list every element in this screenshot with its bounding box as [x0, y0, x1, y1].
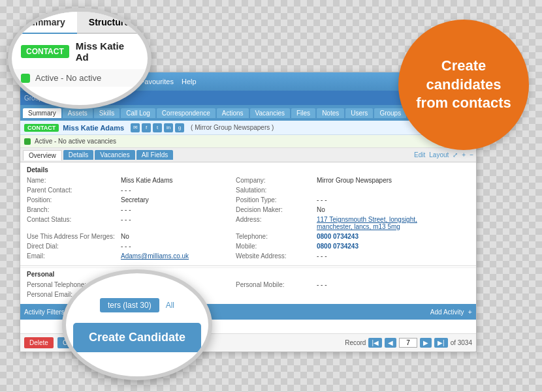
mag2-all-link[interactable]: All [166, 301, 174, 310]
email-value[interactable]: Adams@milliams.co.uk [118, 252, 236, 260]
contact-status-value: - - - [118, 215, 236, 231]
contact-badge: CONTACT [24, 124, 59, 132]
direct-dial-label: Direct Dial: [27, 242, 118, 250]
add-icon[interactable]: + [462, 151, 466, 158]
tab-users[interactable]: Users [345, 108, 373, 118]
record-nav: Record |◀ ◀ ▶ ▶| of 3034 [345, 338, 472, 348]
nav-help[interactable]: Help [182, 78, 197, 85]
contact-name-value: Miss Katie Adams [63, 124, 124, 132]
personal-mobile-label: Personal Mobile: [236, 280, 314, 289]
mag2-filters-row: ters (last 30) All [100, 298, 174, 312]
magnify-create-candidate: ters (last 30) All Create Candidate [62, 269, 212, 380]
add-activity-link[interactable]: Add Activity [430, 309, 464, 316]
salutation-label: Salutation: [236, 186, 314, 194]
details-section: Details Name: Miss Katie Adams Company: … [20, 162, 476, 264]
email-label: Email: [27, 252, 118, 260]
twitter-icon[interactable]: t [153, 123, 162, 132]
prev-record-btn[interactable]: ◀ [385, 338, 396, 348]
contact-row: CONTACT Miss Katie Adams ✉ f t in g ( Mi… [20, 121, 476, 135]
expand-icon[interactable]: ⤢ [453, 151, 458, 158]
personal-mobile-value: - - - [314, 280, 445, 289]
mag1-contact-badge: CONTACT [21, 45, 69, 58]
tab-notes[interactable]: Notes [317, 108, 344, 118]
use-address-value: No [118, 232, 236, 241]
last-record-btn[interactable]: ▶| [434, 338, 448, 348]
branch-label: Branch: [27, 205, 118, 214]
name-value: Miss Katie Adams [118, 176, 236, 185]
company-link[interactable]: ( Mirror Group Newspapers ) [191, 124, 274, 131]
decision-maker-label: Decision Maker: [236, 205, 314, 214]
active-text: Active - No active vacancies [35, 138, 116, 145]
telephone-label: Telephone: [236, 232, 314, 241]
website-label: Website Address: [236, 252, 314, 260]
personal-title: Personal [27, 271, 470, 278]
mag1-active-row: Active - No active [12, 69, 148, 87]
use-address-label: Use This Address For Merges: [27, 232, 118, 241]
cta-text: Create candidates from contacts [398, 50, 529, 119]
branch-value: - - - [118, 205, 236, 214]
mobile-value[interactable]: 0800 0734243 [314, 242, 445, 250]
mag1-contact-row: CONTACT Miss Katie Ad [12, 34, 148, 69]
position-type-value: - - - [314, 196, 445, 204]
address-value: 117 Teignsmouth Street, longsight, manch… [314, 215, 445, 231]
telephone-value[interactable]: 0800 0734243 [314, 232, 445, 241]
tab-summary[interactable]: Summary [23, 108, 61, 118]
mag1-active-text: Active - No active [35, 73, 101, 83]
tab-vacancies[interactable]: Vacancies [250, 108, 290, 118]
tab-correspondence[interactable]: Correspondence [157, 108, 215, 118]
active-dot [24, 138, 31, 145]
mag2-create-candidate-button[interactable]: Create Candidate [73, 323, 201, 352]
record-number-input[interactable] [399, 338, 417, 348]
position-type-label: Position Type: [236, 196, 314, 204]
first-record-btn[interactable]: |◀ [368, 338, 382, 348]
mag1-active-dot [21, 74, 30, 83]
ov-tab-vacancies[interactable]: Vacancies [95, 150, 135, 160]
name-label: Name: [27, 176, 118, 185]
tab-assets[interactable]: Assets [63, 108, 93, 118]
ov-tab-details[interactable]: Details [63, 150, 94, 160]
contact-status-label: Contact Status: [27, 215, 118, 231]
ov-tab-overview[interactable]: Overview [23, 150, 62, 160]
remove-icon[interactable]: − [470, 151, 473, 158]
record-total: of 3034 [451, 339, 472, 346]
tab-actions[interactable]: Actions [217, 108, 249, 118]
cta-circle: Create candidates from contacts [398, 20, 529, 150]
google-icon[interactable]: g [175, 123, 184, 132]
tab-skills[interactable]: Skills [94, 108, 120, 118]
linkedin-icon[interactable]: in [164, 123, 173, 132]
add-activity-btn[interactable]: + [468, 308, 472, 316]
details-title: Details [27, 166, 470, 173]
mobile-label: Mobile: [236, 242, 314, 250]
magnify-summary-contact: Summary Structure CONTACT Miss Katie Ad … [8, 8, 151, 109]
direct-dial-value: - - - [118, 242, 236, 250]
parent-value: - - - [118, 186, 236, 194]
website-value: - - - [314, 252, 445, 260]
company-value: Mirror Group Newspapers [314, 176, 445, 185]
salutation-value [314, 186, 445, 194]
position-label: Position: [27, 196, 118, 204]
active-banner: Active - No active vacancies [20, 135, 476, 148]
facebook-icon[interactable]: f [142, 123, 151, 132]
divider [20, 265, 476, 266]
tab-files[interactable]: Files [291, 108, 315, 118]
email-icon[interactable]: ✉ [131, 123, 140, 132]
edit-layout-area: Edit Layout ⤢ + − [414, 151, 473, 158]
mag1-contact-name: Miss Katie Ad [76, 40, 138, 63]
parent-label: Parent Contact: [27, 186, 118, 194]
next-record-btn[interactable]: ▶ [420, 338, 432, 348]
tab-call-log[interactable]: Call Log [121, 108, 155, 118]
address-label: Address: [236, 215, 314, 231]
edit-link[interactable]: Edit [414, 151, 425, 158]
mag2-filter-tab[interactable]: ters (last 30) [100, 298, 159, 312]
layout-link[interactable]: Layout [429, 151, 449, 158]
record-label: Record [345, 339, 366, 346]
contact-icons: ✉ f t in g [131, 123, 184, 132]
mag2-inner: ters (last 30) All Create Candidate [62, 292, 212, 359]
details-grid: Name: Miss Katie Adams Company: Mirror G… [27, 176, 470, 260]
delete-button[interactable]: Delete [24, 337, 54, 348]
position-value: Secretary [118, 196, 236, 204]
company-label: Company: [236, 176, 314, 185]
ov-tab-all-fields[interactable]: All Fields [136, 150, 174, 160]
overview-tabs: Overview Details Vacancies All Fields Ed… [20, 148, 476, 162]
decision-maker-value: No [314, 205, 445, 214]
